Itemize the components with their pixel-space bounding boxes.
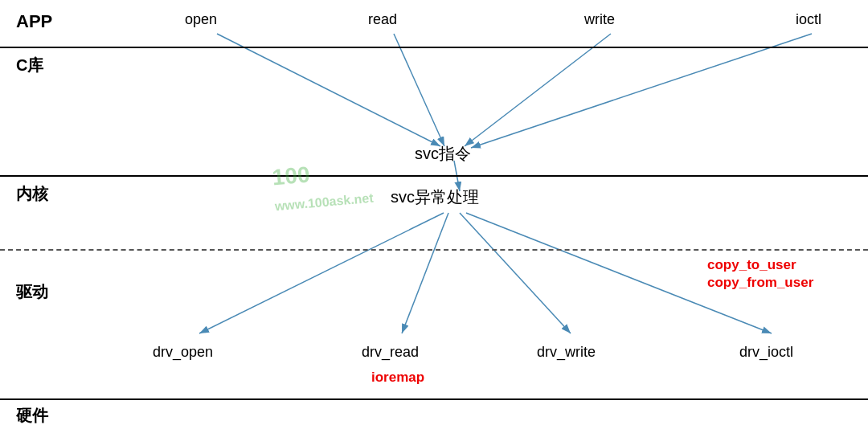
driver-label: 驱动 (16, 281, 48, 303)
hardware-label: 硬件 (16, 405, 48, 425)
drv-read-label: drv_read (362, 344, 419, 361)
drv-write-label: drv_write (537, 344, 596, 361)
svg-line-2 (394, 34, 444, 146)
svg-line-1 (217, 34, 440, 146)
read-label: read (368, 11, 397, 28)
svg-line-8 (460, 213, 571, 333)
svg-line-4 (471, 34, 812, 148)
drv-ioctl-label: drv_ioctl (739, 344, 793, 361)
kernel-label: 内核 (16, 183, 48, 205)
copy-to-user-label: copy_to_user (707, 257, 796, 273)
divider-clib (0, 175, 868, 177)
divider-app (0, 47, 868, 48)
svg-line-6 (199, 213, 444, 333)
diagram-container: APP open read write ioctl C库 svc指令 内核 sv… (0, 0, 868, 425)
watermark: 100www.100ask.net (271, 157, 374, 216)
divider-driver (0, 398, 868, 400)
ioctl-label: ioctl (796, 11, 821, 28)
drv-open-label: drv_open (153, 344, 213, 361)
copy-from-user-label: copy_from_user (707, 275, 813, 291)
ioremap-label: ioremap (371, 370, 424, 386)
arrows-svg (0, 0, 868, 425)
svg-line-9 (466, 213, 772, 333)
open-label: open (185, 11, 217, 28)
c-lib-label: C库 (16, 55, 43, 76)
divider-dashed (0, 249, 868, 251)
svc-exception-label: svc异常处理 (391, 186, 479, 208)
svg-line-7 (402, 213, 448, 333)
app-label: APP (16, 11, 52, 32)
svg-line-3 (465, 34, 611, 146)
write-label: write (584, 11, 615, 28)
svc-instruction-label: svc指令 (415, 143, 471, 165)
